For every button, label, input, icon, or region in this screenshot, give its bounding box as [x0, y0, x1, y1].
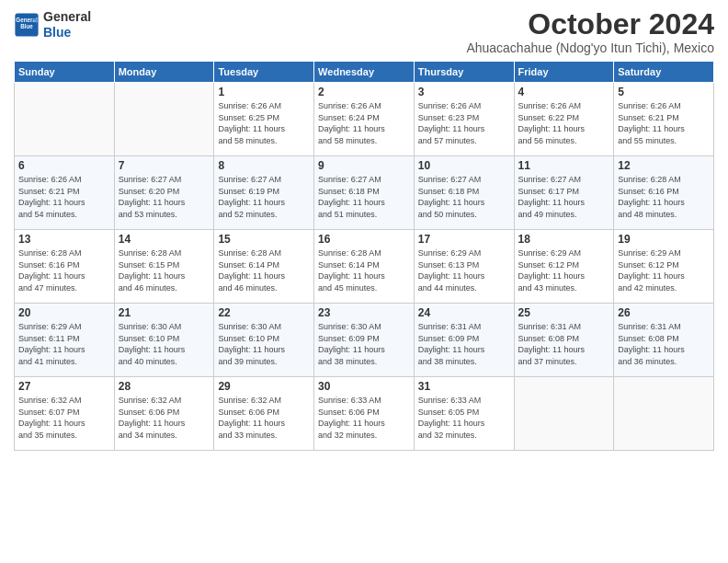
day-number: 11 [518, 159, 610, 172]
table-row: 22Sunrise: 6:30 AM Sunset: 6:10 PM Dayli… [214, 304, 314, 377]
table-row: 5Sunrise: 6:26 AM Sunset: 6:21 PM Daylig… [614, 83, 714, 156]
cell-info: Sunrise: 6:29 AM Sunset: 6:11 PM Dayligh… [18, 321, 110, 367]
col-tuesday: Tuesday [214, 62, 314, 83]
cell-info: Sunrise: 6:26 AM Sunset: 6:21 PM Dayligh… [18, 174, 110, 220]
table-row: 27Sunrise: 6:32 AM Sunset: 6:07 PM Dayli… [15, 377, 115, 451]
table-row: 11Sunrise: 6:27 AM Sunset: 6:17 PM Dayli… [514, 156, 614, 230]
cell-info: Sunrise: 6:26 AM Sunset: 6:23 PM Dayligh… [418, 100, 510, 146]
day-number: 29 [218, 380, 310, 393]
cell-info: Sunrise: 6:28 AM Sunset: 6:14 PM Dayligh… [218, 247, 310, 293]
cell-info: Sunrise: 6:27 AM Sunset: 6:18 PM Dayligh… [318, 174, 410, 220]
cell-info: Sunrise: 6:33 AM Sunset: 6:06 PM Dayligh… [318, 395, 410, 441]
day-number: 7 [119, 159, 210, 172]
logo-text: General Blue [43, 9, 91, 40]
day-number: 16 [318, 233, 410, 246]
page: General Blue General Blue October 2024 A… [0, 0, 728, 563]
day-number: 26 [618, 306, 710, 319]
table-row [114, 83, 214, 156]
col-sunday: Sunday [15, 62, 115, 83]
table-row: 2Sunrise: 6:26 AM Sunset: 6:24 PM Daylig… [314, 83, 415, 156]
cell-info: Sunrise: 6:26 AM Sunset: 6:25 PM Dayligh… [218, 100, 310, 146]
cell-info: Sunrise: 6:31 AM Sunset: 6:08 PM Dayligh… [518, 321, 610, 367]
day-number: 2 [318, 86, 410, 98]
day-number: 19 [618, 233, 710, 246]
table-row: 7Sunrise: 6:27 AM Sunset: 6:20 PM Daylig… [114, 156, 214, 230]
cell-info: Sunrise: 6:29 AM Sunset: 6:12 PM Dayligh… [618, 247, 710, 293]
table-row: 12Sunrise: 6:28 AM Sunset: 6:16 PM Dayli… [614, 156, 714, 230]
day-number: 27 [18, 380, 110, 393]
day-number: 12 [618, 159, 710, 172]
day-number: 21 [119, 306, 210, 319]
table-row: 4Sunrise: 6:26 AM Sunset: 6:22 PM Daylig… [514, 83, 614, 156]
header: General Blue General Blue October 2024 A… [14, 9, 714, 55]
month-title: October 2024 [466, 9, 714, 39]
cell-info: Sunrise: 6:31 AM Sunset: 6:09 PM Dayligh… [418, 321, 510, 367]
table-row: 29Sunrise: 6:32 AM Sunset: 6:06 PM Dayli… [214, 377, 314, 451]
table-row [15, 83, 115, 156]
table-row: 21Sunrise: 6:30 AM Sunset: 6:10 PM Dayli… [114, 304, 214, 377]
header-row: Sunday Monday Tuesday Wednesday Thursday… [15, 62, 714, 83]
day-number: 31 [418, 380, 510, 393]
day-number: 6 [18, 159, 110, 172]
cell-info: Sunrise: 6:26 AM Sunset: 6:24 PM Dayligh… [318, 100, 410, 146]
day-number: 23 [318, 306, 410, 319]
table-row: 30Sunrise: 6:33 AM Sunset: 6:06 PM Dayli… [314, 377, 415, 451]
location-title: Ahuacachahue (Ndog'yo Itun Tichi), Mexic… [466, 40, 714, 55]
day-number: 8 [218, 159, 310, 172]
week-row-4: 20Sunrise: 6:29 AM Sunset: 6:11 PM Dayli… [15, 304, 714, 377]
day-number: 30 [318, 380, 410, 393]
cell-info: Sunrise: 6:29 AM Sunset: 6:13 PM Dayligh… [418, 247, 510, 293]
cell-info: Sunrise: 6:29 AM Sunset: 6:12 PM Dayligh… [518, 247, 610, 293]
day-number: 15 [218, 233, 310, 246]
table-row: 18Sunrise: 6:29 AM Sunset: 6:12 PM Dayli… [514, 230, 614, 304]
day-number: 13 [18, 233, 110, 246]
col-thursday: Thursday [414, 62, 514, 83]
cell-info: Sunrise: 6:31 AM Sunset: 6:08 PM Dayligh… [618, 321, 710, 367]
day-number: 18 [518, 233, 610, 246]
day-number: 24 [418, 306, 510, 319]
cell-info: Sunrise: 6:32 AM Sunset: 6:06 PM Dayligh… [218, 395, 310, 441]
day-number: 28 [119, 380, 210, 393]
cell-info: Sunrise: 6:27 AM Sunset: 6:20 PM Dayligh… [119, 174, 210, 220]
day-number: 25 [518, 306, 610, 319]
cell-info: Sunrise: 6:30 AM Sunset: 6:10 PM Dayligh… [119, 321, 210, 367]
table-row: 23Sunrise: 6:30 AM Sunset: 6:09 PM Dayli… [314, 304, 415, 377]
cell-info: Sunrise: 6:26 AM Sunset: 6:22 PM Dayligh… [518, 100, 610, 146]
cell-info: Sunrise: 6:33 AM Sunset: 6:05 PM Dayligh… [418, 395, 510, 441]
day-number: 17 [418, 233, 510, 246]
day-number: 3 [418, 86, 510, 98]
day-number: 9 [318, 159, 410, 172]
table-row: 1Sunrise: 6:26 AM Sunset: 6:25 PM Daylig… [214, 83, 314, 156]
day-number: 14 [119, 233, 210, 246]
cell-info: Sunrise: 6:30 AM Sunset: 6:10 PM Dayligh… [218, 321, 310, 367]
table-row: 6Sunrise: 6:26 AM Sunset: 6:21 PM Daylig… [15, 156, 115, 230]
col-saturday: Saturday [614, 62, 714, 83]
logo-icon: General Blue [14, 12, 40, 38]
week-row-2: 6Sunrise: 6:26 AM Sunset: 6:21 PM Daylig… [15, 156, 714, 230]
col-friday: Friday [514, 62, 614, 83]
cell-info: Sunrise: 6:28 AM Sunset: 6:14 PM Dayligh… [318, 247, 410, 293]
day-number: 22 [218, 306, 310, 319]
cell-info: Sunrise: 6:27 AM Sunset: 6:17 PM Dayligh… [518, 174, 610, 220]
day-number: 20 [18, 306, 110, 319]
table-row: 20Sunrise: 6:29 AM Sunset: 6:11 PM Dayli… [15, 304, 115, 377]
day-number: 5 [618, 86, 710, 98]
cell-info: Sunrise: 6:28 AM Sunset: 6:16 PM Dayligh… [618, 174, 710, 220]
cell-info: Sunrise: 6:27 AM Sunset: 6:18 PM Dayligh… [418, 174, 510, 220]
week-row-5: 27Sunrise: 6:32 AM Sunset: 6:07 PM Dayli… [15, 377, 714, 451]
table-row: 26Sunrise: 6:31 AM Sunset: 6:08 PM Dayli… [614, 304, 714, 377]
table-row [514, 377, 614, 451]
title-section: October 2024 Ahuacachahue (Ndog'yo Itun … [466, 9, 714, 55]
cell-info: Sunrise: 6:28 AM Sunset: 6:16 PM Dayligh… [18, 247, 110, 293]
col-wednesday: Wednesday [314, 62, 415, 83]
cell-info: Sunrise: 6:27 AM Sunset: 6:19 PM Dayligh… [218, 174, 310, 220]
table-row: 31Sunrise: 6:33 AM Sunset: 6:05 PM Dayli… [414, 377, 514, 451]
table-row: 16Sunrise: 6:28 AM Sunset: 6:14 PM Dayli… [314, 230, 415, 304]
cell-info: Sunrise: 6:32 AM Sunset: 6:06 PM Dayligh… [119, 395, 210, 441]
table-row: 9Sunrise: 6:27 AM Sunset: 6:18 PM Daylig… [314, 156, 415, 230]
table-row: 10Sunrise: 6:27 AM Sunset: 6:18 PM Dayli… [414, 156, 514, 230]
table-row: 28Sunrise: 6:32 AM Sunset: 6:06 PM Dayli… [114, 377, 214, 451]
day-number: 10 [418, 159, 510, 172]
table-row: 24Sunrise: 6:31 AM Sunset: 6:09 PM Dayli… [414, 304, 514, 377]
table-row: 3Sunrise: 6:26 AM Sunset: 6:23 PM Daylig… [414, 83, 514, 156]
